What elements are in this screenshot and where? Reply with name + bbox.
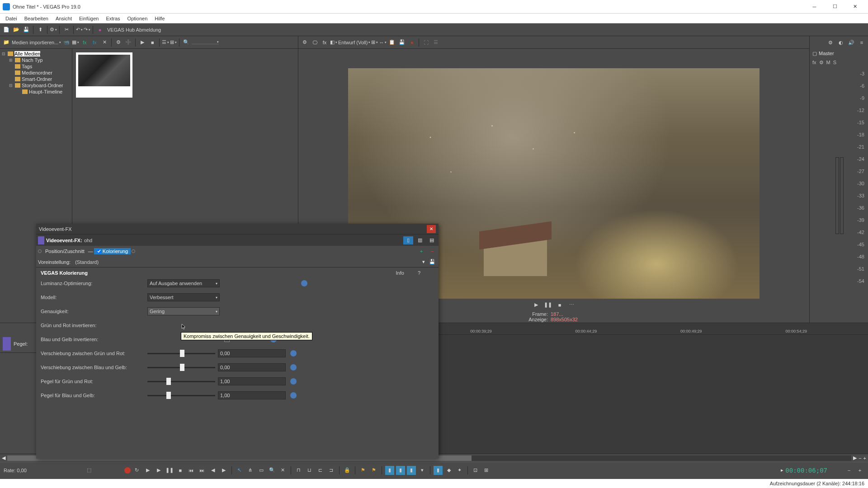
more-button[interactable]: ⋯ — [566, 300, 576, 310]
fx-view3-button[interactable]: ▤ — [427, 236, 437, 244]
shift-gr-slider[interactable] — [147, 353, 215, 354]
fullscreen-icon[interactable]: ⛶ — [421, 38, 430, 47]
master-speaker-icon[interactable]: 🔊 — [847, 38, 856, 47]
tree-item[interactable]: Smart-Ordner — [0, 76, 72, 82]
maximize-button[interactable]: ☐ — [825, 0, 845, 13]
import-icon[interactable]: 📁 — [2, 38, 11, 47]
max-track-icon[interactable]: + — [855, 466, 864, 475]
ripple1-icon[interactable]: ▮ — [385, 466, 394, 475]
menu-help[interactable]: Hilfe — [151, 15, 168, 22]
close-button[interactable]: ✕ — [845, 0, 865, 13]
zoom-out-icon[interactable]: − — [859, 455, 861, 461]
shift-gr-value[interactable]: 0,00 — [218, 349, 286, 357]
go-start-button[interactable]: ⏮ — [187, 466, 196, 475]
render-icon[interactable]: ⬆ — [36, 25, 45, 34]
master-mute-button[interactable]: M — [826, 60, 830, 65]
keyframe-icon[interactable] — [290, 392, 297, 399]
model-combo[interactable]: Verbessert▾ — [147, 293, 220, 301]
tree-root[interactable]: ⊟Alle Medien — [0, 51, 72, 57]
split-view-dropdown[interactable]: ◧▾ — [330, 39, 337, 45]
save-frame-icon[interactable]: 💾 — [397, 38, 406, 47]
ripple3-icon[interactable]: ▮ — [407, 466, 416, 475]
snap-grid-icon[interactable]: ⊔ — [305, 466, 314, 475]
capture-icon[interactable]: 📹 — [62, 38, 71, 47]
marker-flag2-icon[interactable]: ⚑ — [369, 466, 378, 475]
search-dropdown[interactable]: ▾ — [192, 40, 219, 44]
remove-icon[interactable]: ✕ — [100, 38, 109, 47]
cut-icon[interactable]: ✂ — [62, 25, 71, 34]
fx-help-button[interactable]: ? — [418, 270, 420, 276]
sort-dropdown[interactable]: ⊞▾ — [170, 39, 177, 45]
tree-item[interactable]: ⊞Nach Typ — [0, 57, 72, 63]
scroll-left-icon[interactable]: ◀ — [2, 455, 5, 461]
zoom-in-icon[interactable]: + — [863, 455, 866, 461]
next-frame-button[interactable]: ▶ — [219, 466, 228, 475]
fx-dialog-titlebar[interactable]: Videoevent-FX ✕ — [36, 224, 439, 234]
list-icon[interactable]: ☰ — [431, 38, 440, 47]
view-dropdown[interactable]: ▦▾ — [72, 39, 79, 45]
ext-monitor-icon[interactable]: 🖵 — [310, 38, 319, 47]
keyframe-icon[interactable] — [290, 378, 297, 385]
new-icon[interactable]: 📄 — [2, 25, 11, 34]
level-gr-slider[interactable] — [147, 381, 215, 382]
hub-logout[interactable]: VEGAS Hub Abmeldung — [107, 27, 161, 33]
video-fx-icon[interactable]: fx — [320, 38, 329, 47]
fx-view2-button[interactable]: ▥ — [415, 236, 425, 244]
go-end-button[interactable]: ⏭ — [198, 466, 207, 475]
open-icon[interactable]: 📂 — [12, 25, 21, 34]
undo-dropdown[interactable]: ↶▾ — [76, 27, 83, 33]
pause-button[interactable]: ❚❚ — [165, 466, 174, 475]
select-icon[interactable]: ▭ — [257, 466, 266, 475]
ripple-drop[interactable]: ▾ — [418, 466, 427, 475]
preset-save-icon[interactable]: 💾 — [428, 258, 437, 267]
scale-dropdown[interactable]: ↔▾ — [379, 40, 387, 45]
menu-insert[interactable]: Einfügen — [75, 15, 102, 22]
luminance-combo[interactable]: Auf Ausgabe anwenden▾ — [147, 279, 220, 287]
tree-item[interactable]: ⊟Storyboard-Ordner — [0, 82, 72, 89]
shuttle-icon[interactable]: ⬚ — [85, 466, 94, 475]
more1-icon[interactable]: ⊡ — [471, 466, 480, 475]
stop-icon[interactable]: ■ — [148, 38, 157, 47]
snap-markers-icon[interactable]: ⊏ — [316, 466, 325, 475]
preset-value[interactable]: (Standard) — [75, 259, 99, 265]
play-button[interactable]: ▶ — [531, 300, 541, 310]
level-by-slider[interactable] — [147, 395, 215, 396]
tree-item[interactable]: Medienordner — [0, 70, 72, 76]
fx-view1-button[interactable]: ▯ — [403, 236, 413, 244]
chain-node-colorize[interactable]: Kolorierung — [94, 248, 131, 254]
more2-icon[interactable]: ⊞ — [482, 466, 491, 475]
shift-by-value[interactable]: 0,00 — [218, 363, 286, 371]
hub-icon[interactable]: ● — [95, 25, 104, 34]
menu-view[interactable]: Ansicht — [52, 15, 75, 22]
fx-info-link[interactable]: Info — [396, 270, 404, 276]
snap-icon[interactable]: ⊓ — [294, 466, 303, 475]
play-button[interactable]: ▶ — [154, 466, 163, 475]
autofit2-icon[interactable]: ◆ — [444, 466, 453, 475]
timecode[interactable]: 00:00:06;07 — [785, 467, 827, 474]
properties-dropdown[interactable]: ⚙▾ — [50, 27, 57, 33]
normal-edit-icon[interactable]: ↖ — [235, 466, 244, 475]
quality-dropdown[interactable]: Entwurf (Voll)▾ — [338, 40, 370, 45]
loop-button[interactable]: ↻ — [132, 466, 142, 475]
fx-blue-icon[interactable]: fx — [90, 38, 99, 47]
tree-item[interactable]: Haupt-Timeline — [0, 89, 72, 95]
add-icon[interactable]: ➕ — [124, 38, 133, 47]
ripple2-icon[interactable]: ▮ — [396, 466, 405, 475]
chain-dot-icon[interactable] — [38, 249, 42, 253]
zoom-icon[interactable]: 🔍 — [268, 466, 277, 475]
play-start-button[interactable]: ▶ — [143, 466, 152, 475]
record-button[interactable] — [124, 467, 131, 474]
gear-icon[interactable]: ⚙ — [114, 38, 123, 47]
preview-props-icon[interactable]: ⚙ — [300, 38, 309, 47]
tree-item[interactable]: Tags — [0, 63, 72, 70]
fx-remove-icon[interactable]: − — [428, 247, 437, 256]
scroll-right-icon[interactable]: ▶ — [853, 455, 857, 461]
fx-close-button[interactable]: ✕ — [427, 225, 436, 233]
cut-icon[interactable]: ✕ — [278, 466, 288, 475]
copy-frame-icon[interactable]: 📋 — [387, 38, 396, 47]
media-thumbnail[interactable] — [76, 52, 132, 98]
master-solo-button[interactable]: S — [833, 60, 836, 65]
envelope-icon[interactable]: ⋔ — [246, 466, 255, 475]
stop-button[interactable]: ■ — [555, 300, 565, 310]
save-icon[interactable]: 💾 — [22, 25, 31, 34]
